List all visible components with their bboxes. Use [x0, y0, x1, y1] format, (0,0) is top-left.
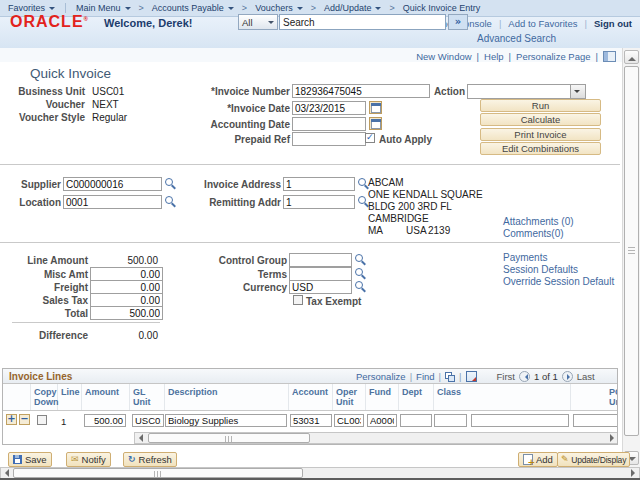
supplier-lookup-icon[interactable] [165, 178, 176, 189]
attachments-link[interactable]: Attachments (0) [503, 216, 574, 227]
download-grid-icon[interactable] [466, 371, 477, 382]
invoice-address-input[interactable] [283, 177, 355, 191]
row-class-input[interactable] [434, 414, 467, 427]
add-button[interactable]: +Add [518, 452, 558, 467]
scroll-left-button[interactable] [135, 433, 147, 443]
row-delete-button[interactable]: − [19, 414, 30, 425]
scroll-right-button[interactable] [606, 433, 618, 443]
comments-link[interactable]: Comments(0) [503, 228, 564, 239]
copy-down-checkbox[interactable] [37, 415, 47, 425]
override-session-default-link[interactable]: Override Session Default [503, 276, 614, 287]
notify-button[interactable]: ✉Notify [66, 452, 111, 467]
location-label: Location [0, 197, 61, 208]
breadcrumb-item-add-update[interactable]: Add/Update [324, 3, 382, 13]
scroll-right-button[interactable] [627, 468, 639, 478]
row-amount-input[interactable] [84, 414, 126, 427]
calendar-icon[interactable] [369, 117, 382, 130]
terms-lookup-icon[interactable] [355, 268, 366, 279]
find-link[interactable]: Find [416, 371, 434, 382]
accounting-date-input[interactable] [292, 117, 366, 131]
scroll-left-button[interactable] [1, 468, 13, 478]
auto-apply-checkbox[interactable] [365, 133, 375, 143]
breadcrumb-item-favorites[interactable]: Favorites [8, 3, 55, 13]
control-group-label: Control Group [190, 255, 287, 266]
sign-out-link[interactable]: Sign out [594, 18, 632, 29]
row-extra-input[interactable] [471, 414, 569, 427]
scroll-up-button[interactable] [624, 50, 639, 64]
column-header-copy-down[interactable]: Copy Down [31, 384, 58, 410]
control-group-lookup-icon[interactable] [355, 254, 366, 265]
view-all-icon[interactable] [445, 372, 455, 382]
advanced-search-link[interactable]: Advanced Search [477, 33, 556, 44]
column-header-gl-unit[interactable]: GL Unit [130, 384, 165, 410]
calculate-button[interactable]: Calculate [480, 113, 601, 126]
dropdown-caret-icon[interactable] [570, 85, 585, 98]
breadcrumb-item-main-menu[interactable]: Main Menu [76, 3, 131, 13]
search-input[interactable] [279, 14, 446, 30]
difference-value: 0.00 [100, 330, 158, 341]
total-input[interactable] [90, 306, 163, 320]
location-lookup-icon[interactable] [165, 196, 176, 207]
terms-input[interactable] [289, 267, 352, 281]
row-description-input[interactable] [165, 414, 287, 427]
row-pc-unit-input[interactable] [573, 414, 618, 427]
print-invoice-button[interactable]: Print Invoice [480, 128, 601, 141]
row-oper-unit-input[interactable] [334, 414, 364, 427]
page-title: Quick Invoice [30, 66, 111, 81]
pager-first-label[interactable]: First [497, 371, 515, 382]
calendar-icon[interactable] [369, 101, 382, 114]
vertical-scrollbar[interactable] [622, 48, 640, 467]
supplier-input[interactable] [63, 177, 162, 191]
column-header-account[interactable]: Account [289, 384, 333, 410]
row-dept-input[interactable] [400, 414, 432, 427]
column-header-class[interactable]: Class [434, 384, 571, 410]
edit-combinations-button[interactable]: Edit Combinations [480, 142, 601, 155]
personalize-link[interactable]: Personalize [356, 371, 406, 382]
payments-link[interactable]: Payments [503, 252, 547, 263]
misc-amt-input[interactable] [90, 267, 163, 281]
remitting-addr-input[interactable] [283, 195, 355, 209]
control-group-input[interactable] [289, 253, 352, 267]
personalize-page-icon[interactable] [603, 51, 616, 62]
pager-previous-button[interactable] [519, 371, 530, 382]
column-header-dept[interactable]: Dept [399, 384, 434, 410]
update-display-button[interactable]: ✎Update/Display [557, 452, 630, 467]
row-gl-unit-input[interactable] [132, 414, 164, 427]
freight-input[interactable] [90, 280, 163, 294]
column-header-pc-unit[interactable]: PC Unit [571, 384, 618, 410]
vertical-scrollbar-thumb[interactable] [624, 66, 639, 436]
grid-horizontal-scrollbar[interactable] [134, 432, 618, 444]
row-fund-input[interactable] [367, 414, 397, 427]
invoice-date-input[interactable] [292, 101, 366, 115]
refresh-button[interactable]: ↻Refresh [123, 452, 177, 467]
column-header-oper-unit[interactable]: Oper Unit [333, 384, 366, 410]
row-add-button[interactable]: + [6, 414, 17, 425]
tax-exempt-checkbox[interactable] [293, 295, 303, 305]
session-defaults-link[interactable]: Session Defaults [503, 264, 578, 275]
page-scrollbar-thumb[interactable] [13, 468, 303, 478]
search-go-button[interactable]: » [448, 14, 468, 30]
new-window-link[interactable]: New Window [416, 51, 471, 62]
column-header-description[interactable]: Description [165, 384, 289, 410]
location-input[interactable] [63, 195, 162, 209]
run-button[interactable]: Run [480, 99, 601, 112]
column-header-fund[interactable]: Fund [366, 384, 399, 410]
pager-next-button[interactable] [562, 371, 573, 382]
grid-scrollbar-thumb[interactable] [148, 433, 310, 443]
breadcrumb-item-accounts-payable[interactable]: Accounts Payable [152, 3, 234, 13]
search-scope-select[interactable]: All [238, 14, 278, 30]
prepaid-ref-input[interactable] [292, 132, 366, 146]
personalize-page-link[interactable]: Personalize Page [516, 51, 590, 62]
row-account-input[interactable] [290, 414, 332, 427]
help-link[interactable]: Help [484, 51, 504, 62]
sales-tax-input[interactable] [90, 293, 163, 307]
breadcrumb-item-vouchers[interactable]: Vouchers [255, 3, 303, 13]
column-header-amount[interactable]: Amount [82, 384, 130, 410]
currency-input[interactable] [289, 280, 352, 294]
currency-lookup-icon[interactable] [355, 281, 366, 292]
save-button[interactable]: Save [8, 452, 52, 467]
pager-last-label[interactable]: Last [577, 371, 595, 382]
column-header-line[interactable]: Line [58, 384, 82, 410]
add-to-favorites-link[interactable]: Add to Favorites [508, 18, 577, 29]
action-select[interactable] [467, 84, 586, 99]
